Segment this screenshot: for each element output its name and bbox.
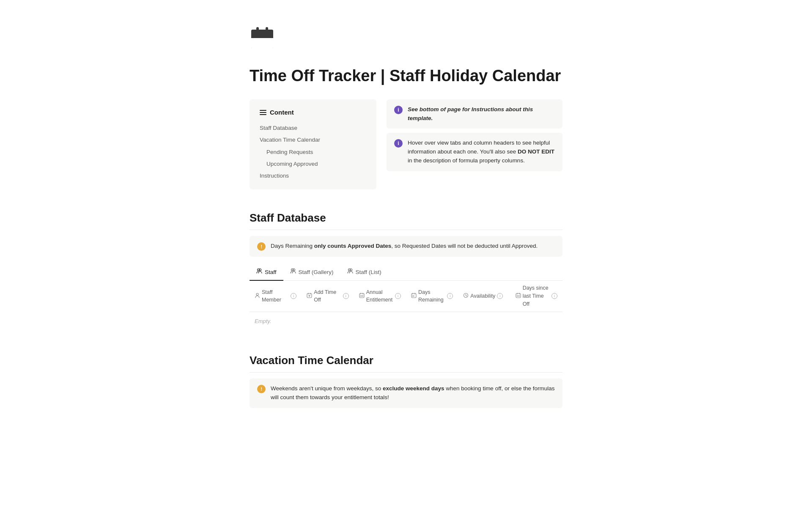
col-add-time-off: Add Time Off i [302, 288, 354, 304]
tab-staff-gallery-icon [290, 268, 296, 277]
vacation-calendar-section: Vacation Time Calendar ! Weekends aren't… [250, 352, 562, 408]
col-add-time-off-label: Add Time Off [314, 288, 341, 304]
col-staff-member-label: Staff Member [262, 288, 289, 304]
staff-database-section: Staff Database ! Days Remaining only cou… [250, 210, 562, 330]
svg-rect-5 [266, 27, 268, 33]
svg-rect-19 [412, 296, 413, 296]
staff-table-empty: Empty. [250, 312, 562, 331]
col-add-time-off-icon [307, 292, 312, 301]
svg-rect-20 [413, 296, 414, 296]
tab-staff-gallery-label: Staff (Gallery) [299, 268, 334, 277]
col-days-remaining-label: Days Remaining [418, 288, 445, 304]
page-icon [250, 25, 562, 60]
col-annual-entitlement-icon [359, 292, 365, 301]
vacation-calendar-callout: ! Weekends aren't unique from weekdays, … [250, 378, 562, 408]
col-staff-member-icon [255, 292, 260, 301]
svg-point-12 [256, 293, 258, 295]
info-blocks: i See bottom of page for Instructions ab… [387, 99, 562, 172]
col-annual-entitlement-label: Annual Entitlement [366, 288, 393, 304]
col-staff-member: Staff Member i [250, 288, 302, 304]
toc-item-instructions[interactable]: Instructions [260, 171, 366, 181]
tab-staff-icon [256, 268, 262, 277]
callout-icon-1: ! [257, 242, 266, 251]
callout-text-2: Weekends aren't unique from weekdays, so… [271, 384, 555, 402]
staff-tabs-row: Staff Staff (Gallery) Staff (List) [250, 264, 562, 281]
toc-item-upcoming-approved[interactable]: Upcoming Approved [260, 159, 366, 169]
svg-rect-17 [362, 296, 363, 296]
svg-rect-15 [360, 296, 361, 296]
svg-rect-25 [519, 296, 520, 296]
col-annual-entitlement: Annual Entitlement i [354, 288, 406, 304]
staff-database-heading: Staff Database [250, 210, 562, 230]
page-container: Time Off Tracker | Staff Holiday Calenda… [216, 0, 596, 464]
staff-table-header: Staff Member i Add Time Off i Annual Ent… [250, 281, 562, 312]
tab-staff-list[interactable]: Staff (List) [340, 264, 388, 281]
tab-staff-list-icon [347, 268, 353, 277]
col-days-remaining-icon [411, 292, 417, 301]
toc-header: Content [260, 108, 366, 118]
callout-text-1: Days Remaining only counts Approved Date… [271, 242, 538, 251]
info-text-2: Hover over view tabs and column headers … [408, 139, 555, 165]
toc-item-pending-requests[interactable]: Pending Requests [260, 147, 366, 157]
col-days-since-icon [516, 292, 521, 301]
col-staff-member-info[interactable]: i [291, 293, 296, 299]
col-availability-label: Availability [470, 292, 495, 300]
toc-title: Content [270, 108, 294, 118]
toc-box: Content Staff Database Vacation Time Cal… [250, 99, 376, 190]
svg-rect-16 [361, 296, 362, 296]
info-block-1: i See bottom of page for Instructions ab… [387, 99, 562, 129]
col-days-since-label: Days since last Time Off [523, 284, 550, 308]
col-availability-icon [463, 292, 469, 301]
svg-rect-23 [517, 296, 518, 296]
toc-item-staff-database[interactable]: Staff Database [260, 123, 366, 133]
top-row: Content Staff Database Vacation Time Cal… [250, 99, 562, 190]
col-add-time-off-info[interactable]: i [343, 293, 349, 299]
page-title: Time Off Tracker | Staff Holiday Calenda… [250, 66, 562, 86]
col-days-remaining-info[interactable]: i [447, 293, 453, 299]
staff-database-callout: ! Days Remaining only counts Approved Da… [250, 236, 562, 257]
col-availability: Availability i [458, 292, 510, 301]
info-text-1: See bottom of page for Instructions abou… [408, 105, 555, 123]
col-days-remaining: Days Remaining i [406, 288, 458, 304]
toc-items: Staff Database Vacation Time Calendar Pe… [260, 123, 366, 181]
info-block-2: i Hover over view tabs and column header… [387, 133, 562, 171]
svg-rect-3 [251, 33, 273, 38]
info-icon-1: i [394, 106, 403, 114]
tab-staff-list-label: Staff (List) [356, 268, 381, 277]
tab-staff-label: Staff [265, 268, 277, 277]
svg-rect-4 [256, 27, 259, 33]
toc-item-vacation-calendar[interactable]: Vacation Time Calendar [260, 135, 366, 145]
tab-staff-gallery[interactable]: Staff (Gallery) [283, 264, 340, 281]
col-days-since-info[interactable]: i [551, 293, 557, 299]
col-days-since-time-off: Days since last Time Off i [510, 284, 562, 308]
info-icon-2: i [394, 139, 403, 148]
vacation-calendar-heading: Vacation Time Calendar [250, 352, 562, 373]
col-annual-entitlement-info[interactable]: i [395, 293, 401, 299]
hamburger-icon [260, 110, 266, 115]
callout-icon-2: ! [257, 385, 266, 393]
col-availability-info[interactable]: i [497, 293, 503, 299]
tab-staff[interactable]: Staff [250, 264, 283, 281]
svg-rect-24 [518, 296, 518, 296]
